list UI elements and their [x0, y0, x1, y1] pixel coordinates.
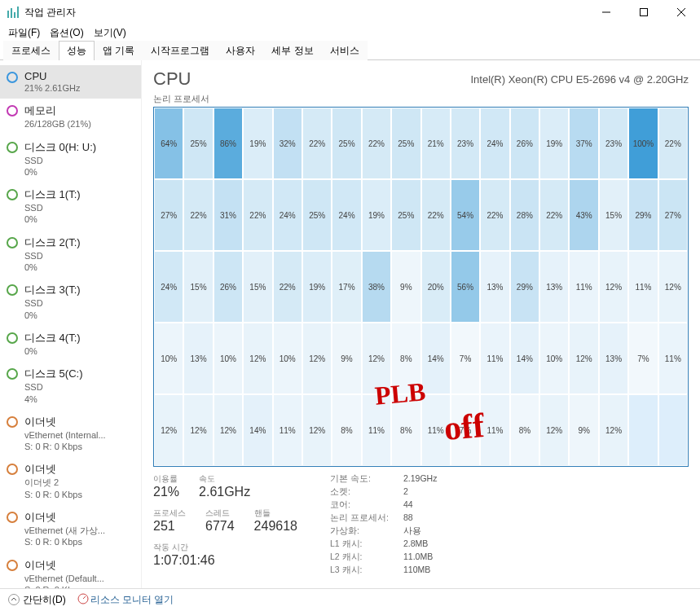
stat-value: 249618	[254, 519, 297, 534]
menu-view[interactable]: 보기(V)	[90, 26, 130, 40]
sidebar-item-sub: 0%	[24, 166, 96, 178]
sidebar-item-title: 디스크 1(T:)	[24, 187, 81, 202]
kv-value: 사용	[403, 525, 437, 537]
cpu-cell: 43%	[569, 179, 598, 251]
sidebar-item-sub: S: 0 R: 0 Kbps	[24, 536, 105, 547]
status-ring-icon	[7, 237, 18, 248]
cpu-cell: 9%	[391, 251, 420, 323]
cpu-cell: 19%	[302, 251, 332, 323]
cpu-cell: 11%	[480, 394, 509, 466]
cpu-cell: 22%	[243, 179, 272, 251]
cpu-cell: 11%	[480, 323, 509, 394]
uptime-value: 1:07:01:46	[153, 553, 297, 568]
cpu-cell: 12%	[569, 323, 598, 394]
status-ring-icon	[7, 72, 18, 83]
cpu-cell: 24%	[154, 251, 183, 323]
cpu-cell: 22%	[539, 179, 569, 251]
cpu-cell: 22%	[421, 179, 451, 251]
sidebar-item-9[interactable]: 이더넷이더넷 2S: 0 R: 0 Kbps	[0, 457, 141, 505]
cpu-cell: 7%	[451, 394, 480, 466]
tab-1[interactable]: 성능	[59, 41, 95, 60]
cpu-cell: 24%	[480, 108, 509, 179]
sidebar-item-2[interactable]: 디스크 0(H: U:)SSD0%	[0, 135, 141, 183]
cpu-cell: 13%	[480, 251, 509, 323]
status-ring-icon	[7, 464, 18, 475]
minimize-button[interactable]	[588, 0, 625, 24]
svg-rect-2	[14, 12, 15, 18]
menu-file[interactable]: 파일(F)	[5, 26, 43, 40]
kv-label: L2 캐시:	[330, 552, 395, 563]
cpu-cell: 15%	[183, 251, 213, 323]
tab-2[interactable]: 앱 기록	[95, 41, 143, 60]
sidebar-item-sub: 26/128GB (21%)	[24, 118, 91, 130]
cpu-cell: 11%	[273, 394, 302, 466]
tab-5[interactable]: 세부 정보	[263, 41, 321, 60]
stats-right: 기본 속도:2.19GHz소켓:2코어:44논리 프로세서:88가상화:사용L1…	[330, 473, 437, 576]
menu-options[interactable]: 옵션(O)	[46, 26, 86, 40]
maximize-button[interactable]	[625, 0, 663, 24]
tab-3[interactable]: 시작프로그램	[143, 41, 218, 60]
sidebar-item-4[interactable]: 디스크 2(T:)SSD0%	[0, 231, 141, 279]
status-ring-icon	[7, 560, 18, 571]
cpu-cell: 12%	[214, 394, 243, 466]
less-details-button[interactable]: 간단히(D)	[8, 593, 66, 607]
sidebar-item-7[interactable]: 디스크 5(C:)SSD4%	[0, 362, 141, 410]
window-title: 작업 관리자	[24, 6, 76, 20]
cpu-cell: 11%	[362, 394, 391, 466]
sidebar-item-1[interactable]: 메모리26/128GB (21%)	[0, 99, 141, 134]
stat-value: 21%	[153, 485, 179, 499]
sidebar-item-3[interactable]: 디스크 1(T:)SSD0%	[0, 182, 141, 231]
sidebar-item-10[interactable]: 이더넷vEthernet (새 가상...S: 0 R: 0 Kbps	[0, 505, 141, 553]
cpu-cell: 19%	[539, 108, 569, 179]
sidebar-item-5[interactable]: 디스크 3(T:)SSD0%	[0, 278, 141, 326]
status-ring-icon	[7, 105, 18, 116]
cpu-cell: 19%	[243, 108, 272, 179]
tab-4[interactable]: 사용자	[218, 41, 263, 60]
sidebar-item-title: 이더넷	[24, 415, 106, 429]
cpu-cell	[628, 394, 658, 466]
status-ring-icon	[7, 512, 18, 523]
close-button[interactable]	[663, 0, 700, 24]
cpu-cell: 25%	[391, 108, 420, 179]
sidebar-item-sub: SSD	[24, 250, 81, 262]
cpu-cell: 20%	[421, 251, 451, 323]
uptime-label: 작동 시간	[153, 542, 297, 553]
cpu-cell: 25%	[391, 179, 420, 251]
sidebar-item-sub: vEthernet (새 가상...	[24, 525, 105, 536]
resource-monitor-link[interactable]: 리소스 모니터 열기	[77, 593, 174, 607]
cpu-cell: 12%	[183, 394, 213, 466]
tab-0[interactable]: 프로세스	[3, 41, 59, 60]
cpu-heatmap: 64%25%86%19%32%22%25%22%25%21%23%24%26%1…	[153, 107, 689, 467]
cpu-cell: 29%	[510, 251, 539, 323]
cpu-cell: 23%	[451, 108, 480, 179]
tabs: 프로세스성능앱 기록시작프로그램사용자세부 정보서비스	[0, 41, 700, 60]
cpu-cell: 8%	[391, 323, 420, 394]
cpu-cell: 12%	[599, 251, 628, 323]
cpu-cell: 11%	[569, 251, 598, 323]
tab-6[interactable]: 서비스	[322, 41, 368, 60]
sidebar-item-8[interactable]: 이더넷vEthernet (Internal...S: 0 R: 0 Kbps	[0, 410, 141, 458]
sidebar-item-sub: 21% 2.61GHz	[24, 82, 80, 94]
cpu-cell: 100%	[628, 108, 658, 179]
cpu-cell: 38%	[362, 251, 391, 323]
kv-label: 가상화:	[330, 525, 395, 537]
cpu-cell	[658, 394, 688, 466]
cpu-cell: 8%	[510, 394, 539, 466]
sidebar-item-11[interactable]: 이더넷vEthernet (Default...S: 0 R: 0 Kbps	[0, 553, 141, 588]
kv-value: 44	[403, 499, 437, 511]
cpu-cell: 14%	[243, 394, 272, 466]
sidebar-item-0[interactable]: CPU21% 2.61GHz	[0, 65, 141, 99]
cpu-cell: 24%	[332, 179, 361, 251]
sidebar-item-title: CPU	[24, 70, 80, 82]
titlebar: 작업 관리자	[0, 0, 700, 24]
cpu-cell: 12%	[154, 394, 183, 466]
svg-rect-0	[7, 11, 9, 18]
sidebar-item-6[interactable]: 디스크 4(T:)0%	[0, 326, 141, 362]
stat-value: 2.61GHz	[199, 485, 250, 499]
cpu-cell: 11%	[658, 323, 688, 394]
sidebar-item-title: 디스크 2(T:)	[24, 235, 81, 250]
cpu-cell: 13%	[183, 323, 213, 394]
sidebar-item-sub: 0%	[24, 262, 81, 273]
sidebar-item-sub: 4%	[24, 393, 83, 405]
sidebar-item-sub: S: 0 R: 0 Kbps	[24, 489, 82, 500]
